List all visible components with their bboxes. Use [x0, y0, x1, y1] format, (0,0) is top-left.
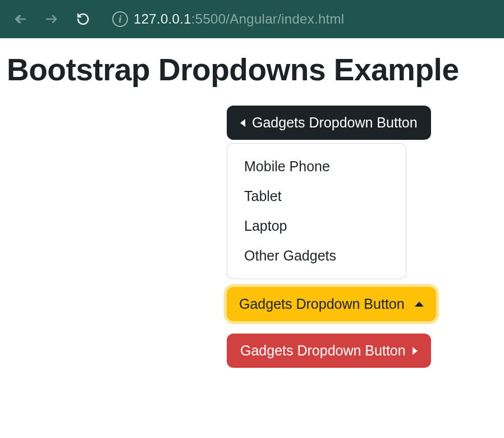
url-bar[interactable]: i 127.0.0.1:5500/Angular/index.html	[112, 11, 345, 27]
page-content: Bootstrap Dropdowns Example Gadgets Drop…	[0, 38, 504, 381]
url-port: :5500	[191, 11, 226, 26]
caret-up-icon	[415, 302, 424, 307]
dropdown-item-mobile-phone[interactable]: Mobile Phone	[227, 152, 406, 181]
back-button[interactable]	[9, 8, 31, 30]
page-title: Bootstrap Dropdowns Example	[7, 52, 497, 88]
url-text: 127.0.0.1:5500/Angular/index.html	[134, 11, 345, 27]
dropdown-item-tablet[interactable]: Tablet	[227, 181, 406, 211]
gadgets-dropdown-dark-button[interactable]: Gadgets Dropdown Button	[227, 106, 431, 140]
arrow-right-icon	[45, 12, 58, 26]
gadgets-dropdown-warning-button[interactable]: Gadgets Dropdown Button	[227, 287, 436, 321]
forward-button[interactable]	[40, 8, 63, 30]
arrow-left-icon	[13, 12, 27, 26]
browser-toolbar: i 127.0.0.1:5500/Angular/index.html	[0, 0, 504, 38]
button-label: Gadgets Dropdown Button	[252, 115, 418, 131]
caret-right-icon	[413, 347, 418, 355]
button-label: Gadgets Dropdown Button	[239, 296, 405, 312]
dropdown-area: Gadgets Dropdown Button Mobile Phone Tab…	[227, 106, 497, 368]
reload-icon	[76, 12, 90, 26]
reload-button[interactable]	[72, 8, 94, 30]
dropdown-item-other-gadgets[interactable]: Other Gadgets	[227, 241, 406, 271]
dropdown-menu: Mobile Phone Tablet Laptop Other Gadgets	[227, 143, 406, 279]
url-ip: 127.0.0.1	[134, 11, 191, 26]
url-path: /Angular/index.html	[226, 11, 344, 26]
dropdown-item-laptop[interactable]: Laptop	[227, 211, 406, 241]
caret-left-icon	[240, 119, 245, 127]
info-icon: i	[112, 11, 128, 27]
button-label: Gadgets Dropdown Button	[240, 343, 406, 359]
gadgets-dropdown-danger-button[interactable]: Gadgets Dropdown Button	[227, 334, 431, 368]
